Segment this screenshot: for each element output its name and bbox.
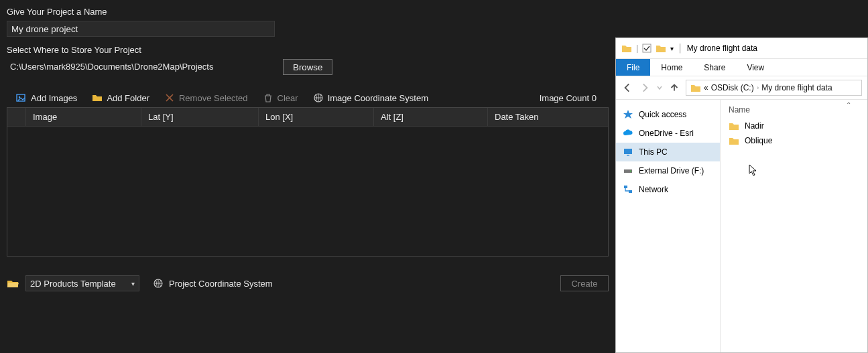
add-images-label: Add Images [31,93,77,103]
clear-button[interactable]: Clear [263,92,298,103]
footer-bar: 2D Products Template ▾ Project Coordinat… [7,275,609,291]
folder-icon [729,121,739,131]
breadcrumb-overflow[interactable]: « [704,83,708,92]
col-lat[interactable]: Lat [Y] [141,108,259,126]
browse-button[interactable]: Browse [283,59,332,75]
explorer-navbar: « OSDisk (C:) › My drone flight data [616,76,867,100]
svg-rect-4 [643,44,651,52]
collapse-caret-icon[interactable]: ⌃ [846,101,851,109]
network-icon [623,184,633,195]
image-toolbar: Add Images Add Folder Remove Selected Cl… [7,88,609,107]
template-select[interactable]: 2D Products Template ▾ [25,275,139,291]
image-table-header: Image Lat [Y] Lon [X] Alt [Z] Date Taken [7,108,608,127]
picture-add-icon [16,92,27,103]
remove-selected-button[interactable]: Remove Selected [164,92,248,103]
pipe-separator: │ [678,44,683,53]
cloud-icon [623,128,633,139]
svg-point-8 [630,171,631,172]
ribbon-tab-file[interactable]: File [616,59,650,76]
monitor-icon [623,147,633,157]
create-button[interactable]: Create [560,275,609,291]
col-alt[interactable]: Alt [Z] [374,108,488,126]
image-table[interactable]: Image Lat [Y] Lon [X] Alt [Z] Date Taken [7,107,609,257]
nav-onedrive[interactable]: OneDrive - Esri [616,124,720,143]
svg-rect-6 [627,155,629,156]
store-where-label: Select Where to Store Your Project [7,45,609,55]
globe-icon [313,92,324,103]
image-coord-system-button[interactable]: Image Coordinate System [313,92,428,103]
project-coord-system-button[interactable]: Project Coordinate System [153,278,273,289]
add-folder-button[interactable]: Add Folder [92,92,149,103]
add-folder-label: Add Folder [107,93,149,103]
chevron-down-icon: ▾ [131,280,135,287]
svg-rect-5 [624,149,632,154]
remove-x-icon [164,92,175,103]
nav-this-pc[interactable]: This PC [616,143,720,161]
nav-forward-icon[interactable] [639,82,651,94]
file-explorer-window: | ▾ │ My drone flight data File Home Sha… [615,38,868,353]
explorer-titlebar[interactable]: | ▾ │ My drone flight data [616,38,867,58]
chevron-down-icon[interactable]: ▾ [670,45,674,52]
nav-external-drive[interactable]: External Drive (F:) [616,161,720,180]
globe-icon [153,278,164,289]
clear-label: Clear [277,93,298,103]
project-name-input[interactable] [7,21,275,37]
image-coord-system-label: Image Coordinate System [328,93,428,103]
folder-add-icon [92,92,103,103]
folder-item[interactable]: Oblique [721,133,867,148]
project-coord-system-label: Project Coordinate System [169,279,273,289]
col-image[interactable]: Image [26,108,141,126]
nav-back-icon[interactable] [621,82,633,94]
trash-icon [263,92,273,103]
checkbox-icon [642,44,652,53]
explorer-nav-pane: Quick access OneDrive - Esri This PC Ext… [616,100,721,352]
folder-icon [656,44,666,53]
explorer-ribbon: File Home Share View [616,58,867,76]
folder-item-label: Nadir [745,121,764,131]
folder-icon [621,44,632,53]
svg-point-1 [19,96,20,98]
folder-item[interactable]: Nadir [721,119,867,133]
nav-network[interactable]: Network [616,180,720,199]
explorer-content[interactable]: ⌃ Name Nadir Oblique [721,100,867,352]
nav-recent-chevron-icon[interactable] [656,82,663,94]
nav-up-icon[interactable] [668,82,680,94]
nav-quick-access[interactable]: Quick access [616,105,720,124]
breadcrumb-seg[interactable]: OSDisk (C:) › [711,83,759,92]
ribbon-tab-home[interactable]: Home [650,59,693,76]
image-count: Image Count 0 [540,93,599,103]
remove-selected-label: Remove Selected [179,93,248,103]
template-select-value: 2D Products Template [30,279,116,289]
project-name-label: Give Your Project a Name [7,7,609,17]
col-date[interactable]: Date Taken [488,108,608,126]
col-lon[interactable]: Lon [X] [259,108,374,126]
mouse-cursor-icon [749,164,758,176]
star-icon [623,109,633,120]
breadcrumb[interactable]: « OSDisk (C:) › My drone flight data [686,80,862,96]
folder-icon [729,136,739,145]
window-title: My drone flight data [687,44,757,53]
ribbon-tab-view[interactable]: View [736,59,775,76]
drone2map-new-project-panel: Give Your Project a Name Select Where to… [0,0,615,353]
project-path-display[interactable]: C:\Users\mark8925\Documents\Drone2Map\Pr… [7,59,275,75]
folder-icon [690,83,701,92]
breadcrumb-seg[interactable]: My drone flight data [761,83,832,92]
drive-icon [623,165,633,176]
ribbon-tab-share[interactable]: Share [693,59,736,76]
svg-rect-9 [624,186,627,188]
add-images-button[interactable]: Add Images [16,92,77,103]
folder-open-icon[interactable] [7,279,19,288]
folder-item-label: Oblique [745,136,772,145]
